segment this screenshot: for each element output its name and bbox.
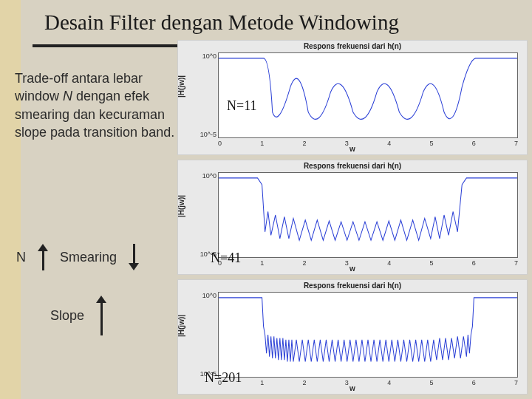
arrow-down-icon <box>129 244 139 270</box>
arrow-up-icon <box>96 296 106 335</box>
plot-xticks: 0 1 2 3 4 5 6 7 <box>218 379 518 386</box>
para-nvar: N <box>63 89 72 103</box>
page-title: Desain Filter dengan Metode Windowing <box>44 10 399 35</box>
arrow-row-1: N Smearing <box>16 244 139 270</box>
decorative-side-stripe <box>0 0 21 399</box>
plot-title: Respons frekuensi dari h(n) <box>178 162 527 170</box>
plot-axes <box>218 292 518 378</box>
freq-response-plot-n11: Respons frekuensi dari h(n) |H(jw)| w 10… <box>177 40 528 155</box>
plot-yticks: 10^0 10^-5 <box>199 52 216 138</box>
n-annotation: N=11 <box>227 98 256 114</box>
slope-label: Slope <box>50 308 84 324</box>
plot-title: Respons frekuensi dari h(n) <box>178 282 527 290</box>
body-paragraph: Trade-off antara lebar window N dengan e… <box>15 69 176 141</box>
plot-xticks: 0 1 2 3 4 5 6 7 <box>218 140 518 147</box>
smearing-label: Smearing <box>60 250 117 265</box>
plots-container: Respons frekuensi dari h(n) |H(jw)| w 10… <box>177 40 528 395</box>
plot-title: Respons frekuensi dari h(n) <box>178 42 527 50</box>
title-underline <box>33 44 179 47</box>
plot-yticks: 10^0 10^-5 <box>199 172 216 258</box>
plot-axes <box>218 52 518 138</box>
plot-yticks: 10^0 10^-5 <box>199 292 216 378</box>
plot-axes <box>218 172 518 258</box>
freq-response-plot-n41: Respons frekuensi dari h(n) |H(jw)| w 10… <box>177 160 528 275</box>
n-annotation: N=41 <box>211 250 241 266</box>
arrow-row-2: Slope <box>50 296 106 335</box>
plot-ylabel: |H(jw)| <box>177 75 185 98</box>
n-label: N <box>16 250 26 265</box>
plot-ylabel: |H(jw)| <box>177 315 185 337</box>
freq-response-plot-n201: Respons frekuensi dari h(n) |H(jw)| w 10… <box>177 279 528 395</box>
n-annotation: N=201 <box>205 370 242 386</box>
plot-ylabel: |H(jw)| <box>177 195 185 217</box>
plot-xticks: 0 1 2 3 4 5 6 7 <box>218 259 518 267</box>
arrow-up-icon <box>38 244 48 270</box>
